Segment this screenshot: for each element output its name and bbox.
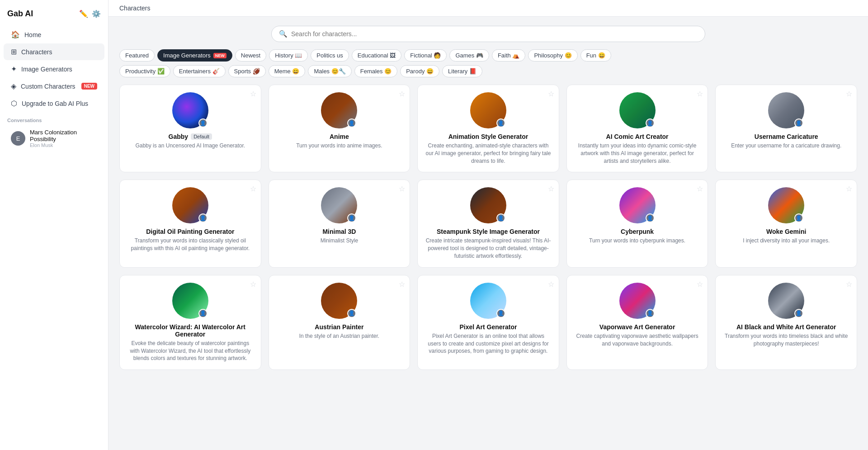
sidebar-item-custom-characters[interactable]: ◈ Custom Characters NEW (4, 78, 104, 95)
content-area: 🔍 FeaturedImage Generators NEWNewestHist… (108, 17, 868, 450)
card-avatar-wrap-digital-oil-painting: 👤 (172, 187, 208, 223)
card-watercolor-wizard[interactable]: ☆ 👤 Watercolor Wizard: AI Watercolor Art… (119, 275, 261, 370)
card-star-steampunk-style[interactable]: ☆ (548, 185, 554, 193)
card-avatar-wrap-cyberpunk: 👤 (619, 187, 656, 223)
card-username-caricature[interactable]: ☆ 👤 Username Caricature Enter your usern… (715, 85, 857, 172)
filter-btn-parody[interactable]: Parody 😄 (400, 65, 439, 77)
card-user-badge-animation-style-generator: 👤 (496, 118, 505, 128)
card-star-gabby[interactable]: ☆ (250, 90, 256, 98)
search-input[interactable] (291, 30, 698, 38)
card-desc-anime: Turn your words into anime images. (296, 142, 382, 150)
card-avatar-wrap-vaporwave-art: 👤 (619, 283, 656, 319)
card-avatar-wrap-ai-comic-art-creator: 👤 (619, 92, 656, 128)
filter-btn-males[interactable]: Males 😊🔧 (308, 65, 351, 77)
card-star-username-caricature[interactable]: ☆ (846, 90, 852, 98)
nav-label-upgrade: Upgrade to Gab AI Plus (22, 100, 88, 107)
card-steampunk-style[interactable]: ☆ 👤 Steampunk Style Image Generator Crea… (417, 180, 559, 267)
sidebar-item-image-generators[interactable]: ✦ Image Generators (4, 61, 104, 77)
filter-btn-females[interactable]: Females 😊 (354, 65, 397, 77)
card-desc-bw-art: Transform your words into timeless black… (723, 332, 849, 348)
filter-btn-productivity[interactable]: Productivity ✅ (119, 65, 170, 77)
nav-label-image-generators: Image Generators (21, 66, 72, 73)
card-bw-art[interactable]: ☆ 👤 AI Black and White Art Generator Tra… (715, 275, 857, 370)
card-user-badge-watercolor-wizard: 👤 (198, 309, 208, 318)
filter-btn-history[interactable]: History 📖 (269, 49, 308, 62)
card-user-badge-austrian-painter: 👤 (347, 309, 356, 318)
card-digital-oil-painting[interactable]: ☆ 👤 Digital Oil Painting Generator Trans… (119, 180, 261, 267)
conversation-item-mars[interactable]: E Mars Colonization Possibility Elon Mus… (4, 125, 104, 152)
filter-btn-fun[interactable]: Fun 😄 (580, 49, 611, 62)
card-user-badge-cyberpunk: 👤 (646, 213, 655, 223)
nav-icon-home: 🏠 (11, 30, 20, 39)
card-animation-style-generator[interactable]: ☆ 👤 Animation Style Generator Create enc… (417, 85, 559, 172)
card-ai-comic-art-creator[interactable]: ☆ 👤 AI Comic Art Creator Instantly turn … (566, 85, 708, 172)
filter-btn-literary[interactable]: Literary 📕 (442, 65, 482, 77)
conv-avatar-mars: E (11, 131, 25, 146)
card-anime[interactable]: ☆ 👤 Anime Turn your words into anime ima… (269, 85, 410, 172)
filter-row-1: Productivity ✅Entertainers 🎸Sports 🏈Meme… (119, 65, 857, 77)
card-title-austrian-painter: Austrian Painter (315, 323, 363, 331)
filter-btn-sports[interactable]: Sports 🏈 (228, 65, 266, 77)
card-avatar-wrap-username-caricature: 👤 (768, 92, 804, 128)
card-desc-woke-gemini: I inject diversity into all your images. (743, 237, 830, 245)
card-star-cyberpunk[interactable]: ☆ (697, 185, 703, 193)
card-desc-digital-oil-painting: Transform your words into classically st… (127, 237, 254, 252)
card-woke-gemini[interactable]: ☆ 👤 Woke Gemini I inject diversity into … (715, 180, 857, 267)
sidebar-logo: Gab AI ✏️ ⚙️ (0, 5, 108, 26)
card-title-gabby: Gabby Default (169, 133, 212, 140)
card-star-ai-comic-art-creator[interactable]: ☆ (697, 90, 703, 98)
card-user-badge-digital-oil-painting: 👤 (198, 213, 208, 223)
filter-btn-educational[interactable]: Educational 🖼 (352, 49, 402, 62)
filter-rows: FeaturedImage Generators NEWNewestHistor… (119, 49, 857, 77)
filter-btn-fictional[interactable]: Fictional 🧑 (404, 49, 447, 62)
card-user-badge-woke-gemini: 👤 (794, 213, 803, 223)
card-star-minimal-3d[interactable]: ☆ (399, 185, 405, 193)
card-star-woke-gemini[interactable]: ☆ (846, 185, 852, 193)
app-title: Gab AI (7, 9, 33, 19)
sidebar-item-characters[interactable]: ⊞ Characters (4, 43, 104, 60)
settings-icon[interactable]: ⚙️ (92, 9, 101, 18)
card-desc-minimal-3d: Minimalist Style (321, 237, 358, 245)
filter-btn-newest[interactable]: Newest (235, 49, 266, 62)
card-vaporwave-art[interactable]: ☆ 👤 Vaporwave Art Generator Create capti… (566, 275, 708, 370)
sidebar-item-upgrade[interactable]: ⬡ Upgrade to Gab AI Plus (4, 95, 104, 112)
card-star-anime[interactable]: ☆ (399, 90, 405, 98)
card-minimal-3d[interactable]: ☆ 👤 Minimal 3D Minimalist Style (269, 180, 410, 267)
conversations-label: Conversations (0, 112, 108, 125)
card-star-austrian-painter[interactable]: ☆ (399, 280, 405, 289)
filter-btn-philosophy[interactable]: Philosophy 😊 (528, 49, 577, 62)
card-star-vaporwave-art[interactable]: ☆ (697, 280, 703, 289)
card-title-anime: Anime (330, 133, 349, 140)
card-star-animation-style-generator[interactable]: ☆ (548, 90, 554, 98)
sidebar-item-home[interactable]: 🏠 Home (4, 26, 104, 43)
card-gabby[interactable]: ☆ 👤 Gabby Default Gabby is an Uncensored… (119, 85, 261, 172)
filter-btn-faith[interactable]: Faith ⛺ (492, 49, 526, 62)
filter-btn-politics-us[interactable]: Politics us (311, 49, 349, 62)
filter-btn-meme[interactable]: Meme 😄 (269, 65, 306, 77)
nav-icon-custom-characters: ◈ (11, 82, 16, 90)
sidebar: Gab AI ✏️ ⚙️ 🏠 Home ⊞ Characters ✦ Image… (0, 0, 108, 450)
conv-title-mars: Mars Colonization Possibility (30, 129, 97, 142)
card-avatar-wrap-gabby: 👤 (172, 92, 208, 128)
filter-btn-entertainers[interactable]: Entertainers 🎸 (173, 65, 226, 77)
card-cyberpunk[interactable]: ☆ 👤 Cyberpunk Turn your words into cyber… (566, 180, 708, 267)
nav-icon-image-generators: ✦ (11, 65, 17, 73)
card-title-animation-style-generator: Animation Style Generator (448, 133, 528, 140)
filter-btn-image-generators[interactable]: Image Generators NEW (157, 49, 232, 62)
card-desc-vaporwave-art: Create captivating vaporwave aesthetic w… (574, 332, 701, 348)
card-user-badge-ai-comic-art-creator: 👤 (646, 118, 655, 128)
card-star-digital-oil-painting[interactable]: ☆ (250, 185, 256, 193)
edit-icon[interactable]: ✏️ (79, 9, 88, 18)
card-star-pixel-art-generator[interactable]: ☆ (548, 280, 554, 289)
card-title-minimal-3d: Minimal 3D (322, 228, 356, 235)
card-title-pixel-art-generator: Pixel Art Generator (459, 323, 517, 331)
card-avatar-wrap-woke-gemini: 👤 (768, 187, 804, 223)
filter-btn-featured[interactable]: Featured (119, 49, 155, 62)
card-star-watercolor-wizard[interactable]: ☆ (250, 280, 256, 289)
filter-btn-games[interactable]: Games 🎮 (449, 49, 489, 62)
card-star-bw-art[interactable]: ☆ (846, 280, 852, 289)
search-bar: 🔍 (271, 26, 705, 42)
card-pixel-art-generator[interactable]: ☆ 👤 Pixel Art Generator Pixel Art Genera… (417, 275, 559, 370)
card-avatar-wrap-animation-style-generator: 👤 (470, 92, 506, 128)
card-austrian-painter[interactable]: ☆ 👤 Austrian Painter In the style of an … (269, 275, 410, 370)
